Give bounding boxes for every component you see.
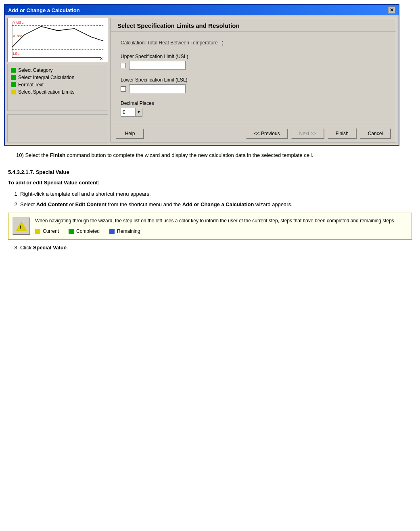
list-item-2: Select Add Content or Edit Content from … [20, 201, 412, 209]
section-subheading: To add or edit Special Value content: [8, 179, 412, 187]
decimal-section: Decimal Places 0 ▼ [121, 100, 386, 117]
lsl-row: Lower Specification Limit (LSL) [121, 77, 386, 93]
list-item-1: Right-click a template cell and a shortc… [20, 190, 412, 198]
dialog-wrapper: Add or Change a Calculation ✕ Y USL X-ba… [0, 0, 420, 146]
remaining-label: Remaining [117, 228, 140, 235]
item3-prefix: Click [20, 245, 33, 251]
usl-input-row [121, 61, 386, 70]
previous-button[interactable]: << Previous [246, 128, 288, 139]
step10-rest: command button to complete the wizard an… [65, 152, 313, 158]
info-text-block: When navigating through the wizard, the … [35, 217, 407, 235]
item2-rest: from the shortcut menu and the [107, 201, 182, 207]
step-dot-1 [11, 68, 16, 73]
usl-input[interactable] [129, 61, 186, 70]
item2-prefix: Select [20, 201, 36, 207]
color-legend: Current Completed Remaining [35, 228, 407, 235]
lsl-label: LSL [13, 52, 19, 56]
legend-current: Current [35, 228, 59, 235]
left-panel: Y USL X-bar LSL X [7, 18, 108, 142]
right-panel: Select Specification Limits and Resoluti… [111, 18, 396, 142]
item3-bold: Special Value [33, 245, 67, 251]
decimal-input[interactable]: 0 [121, 108, 135, 117]
right-content: Calculation: Total Heat Between Temperat… [111, 32, 396, 125]
step-label-1: Select Category [18, 67, 52, 73]
chart-area: Y USL X-bar LSL X [7, 18, 108, 62]
legend-completed: Completed [69, 228, 100, 235]
completed-label: Completed [76, 228, 100, 235]
info-text: When navigating through the wizard, the … [35, 218, 395, 224]
usl-label: Y USL [13, 21, 24, 25]
item2-bold1: Add Content [36, 201, 68, 207]
extra-space [7, 114, 108, 142]
step-label-3: Format Text [18, 82, 44, 88]
lsl-checkbox[interactable] [121, 86, 126, 92]
current-dot [35, 229, 40, 234]
steps-list: Select Category Select Integral Calculat… [7, 64, 108, 111]
decimal-select-row: 0 ▼ [121, 108, 386, 117]
dialog-window: Add or Change a Calculation ✕ Y USL X-ba… [4, 4, 399, 146]
steps-ordered-list-2: Click Special Value. [20, 244, 412, 252]
section-block: 5.4.3.2.1.7. Special Value To add or edi… [8, 168, 412, 252]
lsl-input-row [121, 84, 386, 93]
lsl-title: Lower Specification Limit (LSL) [121, 77, 386, 83]
step-dot-3 [11, 82, 16, 87]
step-item-2: Select Integral Calculation [11, 74, 104, 81]
step-item-1: Select Category [11, 67, 104, 74]
completed-dot [69, 229, 74, 234]
dialog-buttons: Help << Previous Next >> Finish Cancel [111, 125, 396, 142]
close-button[interactable]: ✕ [388, 6, 395, 14]
cancel-button[interactable]: Cancel [360, 128, 391, 139]
step-item-3: Format Text [11, 81, 104, 88]
remaining-dot [109, 229, 115, 234]
info-icon [13, 217, 30, 235]
next-button[interactable]: Next >> [291, 128, 324, 139]
step10-bold: Finish [50, 152, 65, 158]
help-button[interactable]: Help [116, 128, 144, 139]
item2-bold3: Add or Change a Calculation [182, 201, 254, 207]
warning-triangle-icon [16, 221, 27, 231]
lsl-input[interactable] [129, 84, 186, 93]
step-item-4: Select Specification Limits [11, 88, 104, 96]
item2-or: or [68, 201, 75, 207]
item1-text: Right-click a template cell and a shortc… [20, 191, 151, 197]
info-box: When navigating through the wizard, the … [8, 213, 412, 240]
panel-title: Select Specification Limits and Resoluti… [117, 22, 240, 29]
item2-rest2: wizard appears. [254, 201, 292, 207]
dialog-body: Y USL X-bar LSL X [5, 15, 399, 145]
current-label: Current [43, 228, 59, 235]
step-dot-4 [11, 90, 16, 94]
legend-remaining: Remaining [109, 228, 140, 235]
chart-svg: Y USL X-bar LSL X [8, 18, 108, 62]
decimal-label: Decimal Places [121, 100, 386, 106]
calc-label: Calculation: Total Heat Between Temperat… [121, 40, 386, 46]
dialog-titlebar: Add or Change a Calculation ✕ [5, 5, 399, 15]
item2-bold2: Edit Content [75, 201, 107, 207]
usl-row: Upper Specification Limit (USL) [121, 54, 386, 70]
decimal-dropdown-arrow[interactable]: ▼ [135, 108, 142, 117]
usl-checkbox[interactable] [121, 63, 126, 68]
usl-title: Upper Specification Limit (USL) [121, 54, 386, 59]
step10-prefix: 10) Select the [16, 152, 50, 158]
step-label-2: Select Integral Calculation [18, 75, 74, 80]
step-label-4: Select Specification Limits [18, 89, 74, 95]
right-header: Select Specification Limits and Resoluti… [111, 18, 396, 32]
steps-ordered-list: Right-click a template cell and a shortc… [20, 190, 412, 208]
item3-rest: . [67, 245, 68, 251]
dialog-title: Add or Change a Calculation [8, 7, 80, 13]
page-content: 10) Select the Finish command button to … [0, 146, 420, 263]
finish-button[interactable]: Finish [328, 128, 357, 139]
list-item-3: Click Special Value. [20, 244, 412, 252]
xbar-label: X-bar [13, 34, 22, 38]
step-10-text: 10) Select the Finish command button to … [16, 151, 412, 159]
step-dot-2 [11, 75, 16, 80]
section-heading: 5.4.3.2.1.7. Special Value [8, 168, 412, 176]
x-axis-label: X [100, 56, 102, 61]
